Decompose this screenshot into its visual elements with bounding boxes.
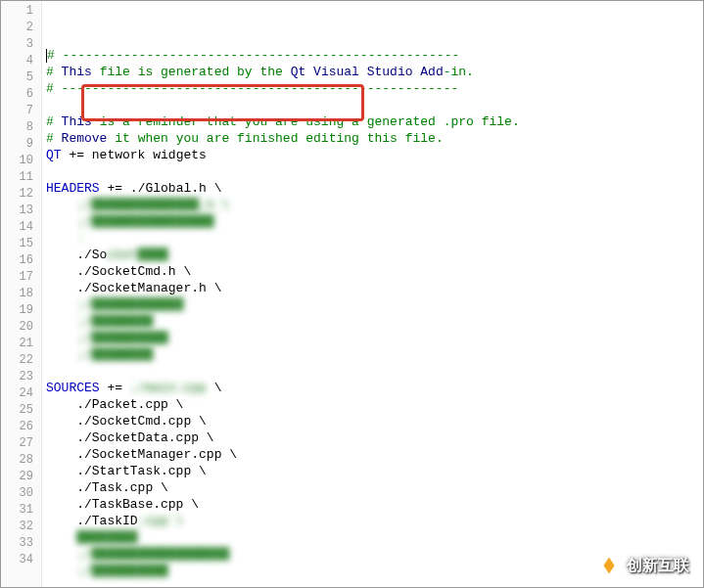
code-token: Remove: [62, 131, 108, 146]
code-token: SOURCES: [46, 381, 107, 395]
code-line[interactable]: [46, 163, 703, 180]
code-line[interactable]: [46, 579, 703, 588]
line-number: 9: [1, 136, 41, 153]
line-number: 18: [1, 286, 41, 302]
code-line[interactable]: ./SocketCmd.cpp \: [46, 413, 703, 430]
code-token: ./SocketCmd.h \: [46, 264, 191, 279]
line-number: 30: [1, 485, 41, 502]
line-number: 25: [1, 402, 41, 419]
code-line[interactable]: ./████████████████: [46, 213, 703, 230]
code-line[interactable]: ./██████████: [46, 330, 703, 346]
code-line[interactable]: ./Task.cpp \: [46, 479, 703, 496]
code-token: .cpp \: [138, 514, 184, 528]
line-number: 33: [1, 535, 41, 552]
code-token: [46, 314, 76, 329]
code-token: [46, 231, 76, 246]
code-area[interactable]: # --------------------------------------…: [42, 1, 703, 587]
code-line[interactable]: ./████████: [46, 346, 703, 363]
code-token: [46, 347, 76, 362]
line-number: 16: [1, 252, 41, 269]
line-number: 29: [1, 469, 41, 485]
code-token: += .: [107, 181, 137, 196]
line-number: 28: [1, 452, 41, 469]
code-line[interactable]: SOURCES += ./main.cpp \: [46, 380, 703, 396]
code-token: it when you are finished editing this fi…: [107, 131, 443, 146]
code-line[interactable]: # This is a reminder that you are using …: [46, 113, 703, 130]
code-token: network widgets: [84, 148, 207, 162]
code-token: ./StartTask.cpp \: [46, 464, 207, 478]
code-token: # --------------------------------------…: [47, 48, 459, 63]
code-token: [46, 297, 76, 312]
code-line[interactable]: QT += network widgets: [46, 147, 703, 163]
code-line[interactable]: # Remove it when you are finished editin…: [46, 130, 703, 147]
line-number: 11: [1, 169, 41, 186]
line-number: 26: [1, 419, 41, 435]
code-editor[interactable]: 1234567891011121314151617181920212223242…: [1, 1, 703, 587]
code-line[interactable]: ./██████████████.h \: [46, 197, 703, 213]
line-number-gutter: 1234567891011121314151617181920212223242…: [1, 1, 42, 587]
code-line[interactable]: [46, 363, 703, 380]
line-number: 15: [1, 236, 41, 252]
code-token: [46, 198, 76, 212]
code-line[interactable]: ./SocketManager.cpp \: [46, 446, 703, 463]
code-token: +=: [69, 148, 84, 162]
code-line[interactable]: ./TaskID.cpp \: [46, 513, 703, 529]
code-token: [46, 530, 76, 545]
code-line[interactable]: # --------------------------------------…: [46, 47, 703, 64]
code-token: QT: [46, 148, 69, 162]
line-number: 10: [1, 153, 41, 169]
code-line[interactable]: ./████████████: [46, 296, 703, 313]
line-number: 5: [1, 69, 41, 86]
code-line[interactable]: ./Socket████: [46, 247, 703, 263]
code-token: ./Packet.cpp \: [46, 397, 183, 412]
code-token: is a reminder that you are using a gener…: [92, 114, 520, 129]
code-line[interactable]: ./████████: [46, 313, 703, 330]
code-token: This: [62, 114, 92, 129]
line-number: 6: [1, 86, 41, 103]
code-line[interactable]: ./██████████████████: [46, 546, 703, 563]
code-token: \: [207, 381, 222, 395]
code-line[interactable]: [46, 97, 703, 113]
code-token: ./████████: [76, 314, 153, 329]
code-line[interactable]: [46, 230, 703, 247]
code-token: /Global: [138, 181, 192, 196]
line-number: 2: [1, 20, 41, 36]
line-number: 23: [1, 369, 41, 385]
code-line[interactable]: ./TaskBase.cpp \: [46, 496, 703, 513]
code-line[interactable]: ./StartTask.cpp \: [46, 463, 703, 479]
code-token: ./TaskID: [46, 514, 138, 528]
line-number: 12: [1, 186, 41, 203]
code-line[interactable]: ./SocketData.cpp \: [46, 430, 703, 446]
code-token: [76, 231, 84, 246]
code-token: ./main.cpp: [130, 381, 207, 395]
line-number: 19: [1, 302, 41, 319]
code-line[interactable]: ████████: [46, 529, 703, 546]
line-number: 4: [1, 53, 41, 69]
code-line[interactable]: ./██████████: [46, 563, 703, 579]
code-line[interactable]: ./Packet.cpp \: [46, 396, 703, 413]
code-token: ./██████████: [76, 564, 168, 578]
line-number: 1: [1, 3, 41, 20]
code-token: #: [46, 65, 62, 79]
line-number: 34: [1, 552, 41, 568]
code-line[interactable]: # This file is generated by the Qt Visua…: [46, 64, 703, 80]
code-token: +=: [107, 381, 129, 395]
code-token: [46, 564, 76, 578]
line-number: 20: [1, 319, 41, 336]
code-line[interactable]: HEADERS += ./Global.h \: [46, 180, 703, 197]
line-number: 24: [1, 385, 41, 402]
code-token: Qt Visual Studio Add: [291, 65, 444, 79]
code-line[interactable]: # --------------------------------------…: [46, 80, 703, 97]
code-token: This: [62, 65, 92, 79]
code-token: ./SocketCmd.cpp \: [46, 414, 207, 429]
code-token: ./So: [46, 248, 107, 262]
code-token: ./TaskBase.cpp \: [46, 497, 199, 512]
line-number: 3: [1, 36, 41, 53]
line-number: 31: [1, 502, 41, 519]
line-number: 8: [1, 119, 41, 136]
line-number: 22: [1, 352, 41, 369]
code-token: # --------------------------------------…: [46, 81, 458, 96]
code-token: ./SocketManager.h \: [46, 281, 221, 295]
code-line[interactable]: ./SocketManager.h \: [46, 280, 703, 296]
code-line[interactable]: ./SocketCmd.h \: [46, 263, 703, 280]
